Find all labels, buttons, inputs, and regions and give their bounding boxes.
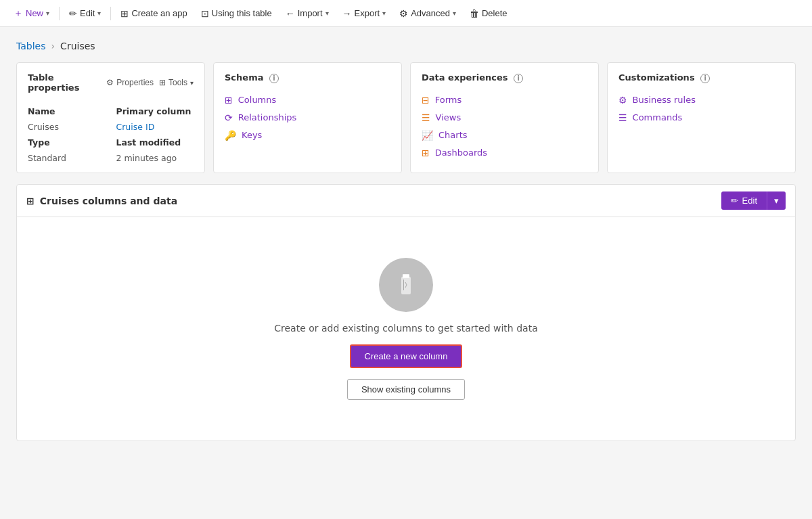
data-experiences-header: Data experiences i bbox=[422, 72, 587, 83]
toolbar: ＋ New ▾ ✏ Edit ▾ ⊞ Create an app ⊡ Using… bbox=[0, 0, 812, 27]
columns-link[interactable]: ⊞ Columns bbox=[225, 91, 390, 109]
data-experiences-info-icon[interactable]: i bbox=[514, 74, 523, 83]
schema-card: Schema i ⊞ Columns ⟳ Relationships 🔑 Key… bbox=[213, 62, 402, 173]
views-icon: ☰ bbox=[422, 112, 430, 123]
data-experiences-card: Data experiences i ⊟ Forms ☰ Views 📈 Cha… bbox=[410, 62, 599, 173]
properties-icon: ⚙ bbox=[106, 78, 114, 87]
data-section-title: ⊞ Cruises columns and data bbox=[26, 196, 177, 206]
data-section-header: ⊞ Cruises columns and data ✏ Edit ▾ bbox=[17, 185, 795, 217]
advanced-chevron-icon: ▾ bbox=[453, 9, 456, 17]
views-link[interactable]: ☰ Views bbox=[422, 109, 587, 127]
delete-button[interactable]: 🗑 Delete bbox=[464, 5, 513, 22]
edit-button[interactable]: ✏ Edit ▾ bbox=[64, 5, 106, 22]
business-rules-link[interactable]: ⚙ Business rules bbox=[618, 91, 784, 109]
edit-chevron-icon: ▾ bbox=[97, 9, 101, 17]
import-chevron-icon: ▾ bbox=[325, 9, 329, 17]
create-new-column-button[interactable]: Create a new column bbox=[350, 344, 463, 368]
edit-dropdown-button[interactable]: ▾ bbox=[767, 191, 786, 210]
new-chevron-icon: ▾ bbox=[46, 9, 49, 17]
keys-icon: 🔑 bbox=[225, 130, 236, 141]
data-section: ⊞ Cruises columns and data ✏ Edit ▾ bbox=[16, 184, 796, 441]
dashboards-icon: ⊞ bbox=[422, 148, 430, 158]
svg-rect-3 bbox=[403, 275, 409, 277]
data-table-icon: ⊞ bbox=[26, 196, 35, 206]
schema-header: Schema i bbox=[225, 72, 390, 83]
primary-column-value[interactable]: Cruise ID bbox=[116, 122, 194, 132]
import-icon: ← bbox=[286, 8, 295, 19]
customizations-info-icon[interactable]: i bbox=[700, 74, 710, 83]
charts-icon: 📈 bbox=[422, 130, 433, 141]
main-content: Tables › Cruises Table properties ⚙ Prop… bbox=[0, 27, 812, 455]
last-modified-value: 2 minutes ago bbox=[116, 153, 194, 163]
using-this-table-button[interactable]: ⊡ Using this table bbox=[196, 5, 277, 22]
forms-icon: ⊟ bbox=[422, 95, 430, 106]
forms-link[interactable]: ⊟ Forms bbox=[422, 91, 587, 109]
empty-state-icon bbox=[379, 258, 433, 312]
primary-column-label: Primary column bbox=[116, 106, 194, 116]
schema-title: Schema i bbox=[225, 72, 279, 83]
edit-pencil-icon: ✏ bbox=[731, 196, 738, 206]
business-rules-icon: ⚙ bbox=[618, 95, 627, 106]
tools-icon: ⊞ bbox=[159, 78, 166, 87]
breadcrumb: Tables › Cruises bbox=[16, 41, 796, 51]
delete-icon: 🗑 bbox=[470, 8, 479, 19]
data-edit-button[interactable]: ✏ Edit bbox=[721, 191, 767, 210]
dashboards-link[interactable]: ⊞ Dashboards bbox=[422, 144, 587, 162]
svg-rect-2 bbox=[403, 279, 404, 290]
type-value: Standard bbox=[28, 153, 106, 163]
charts-link[interactable]: 📈 Charts bbox=[422, 127, 587, 144]
properties-button[interactable]: ⚙ Properties bbox=[106, 78, 154, 87]
separator-1 bbox=[59, 7, 60, 20]
import-button[interactable]: ← Import ▾ bbox=[280, 5, 334, 22]
create-app-button[interactable]: ⊞ Create an app bbox=[115, 5, 192, 22]
export-chevron-icon: ▾ bbox=[382, 9, 386, 17]
keys-link[interactable]: 🔑 Keys bbox=[225, 127, 390, 144]
breadcrumb-current: Cruises bbox=[60, 41, 95, 51]
tools-chevron-icon: ▾ bbox=[190, 79, 194, 87]
breadcrumb-tables-link[interactable]: Tables bbox=[16, 41, 46, 51]
edit-button-group: ✏ Edit ▾ bbox=[721, 191, 786, 210]
edit-dropdown-icon: ▾ bbox=[774, 196, 779, 206]
using-table-icon: ⊡ bbox=[201, 8, 209, 19]
separator-2 bbox=[110, 7, 111, 20]
table-properties-title: Table properties bbox=[28, 72, 106, 93]
export-button[interactable]: → Export ▾ bbox=[337, 5, 392, 22]
customizations-card: Customizations i ⚙ Business rules ☰ Comm… bbox=[607, 62, 796, 173]
schema-info-icon[interactable]: i bbox=[269, 74, 279, 83]
last-modified-label: Last modified bbox=[116, 137, 194, 148]
empty-state: Create or add existing columns to get st… bbox=[17, 217, 795, 441]
advanced-button[interactable]: ⚙ Advanced ▾ bbox=[394, 5, 461, 22]
advanced-icon: ⚙ bbox=[399, 8, 408, 19]
properties-grid: Name Cruises Type Standard Primary colum… bbox=[28, 101, 194, 163]
table-properties-actions: ⚙ Properties ⊞ Tools ▾ bbox=[106, 78, 194, 87]
edit-icon: ✏ bbox=[69, 8, 77, 19]
name-value: Cruises bbox=[28, 122, 106, 132]
data-experiences-title: Data experiences i bbox=[422, 72, 523, 83]
commands-icon: ☰ bbox=[618, 112, 627, 123]
name-label: Name bbox=[28, 106, 106, 116]
customizations-title: Customizations i bbox=[618, 72, 710, 83]
empty-state-message: Create or add existing columns to get st… bbox=[274, 323, 537, 334]
relationships-link[interactable]: ⟳ Relationships bbox=[225, 109, 390, 127]
customizations-header: Customizations i bbox=[618, 72, 784, 83]
tools-button[interactable]: ⊞ Tools ▾ bbox=[159, 78, 194, 87]
breadcrumb-separator: › bbox=[51, 41, 55, 51]
type-label: Type bbox=[28, 137, 106, 148]
commands-link[interactable]: ☰ Commands bbox=[618, 109, 784, 127]
show-existing-columns-button[interactable]: Show existing columns bbox=[347, 379, 465, 400]
create-app-icon: ⊞ bbox=[120, 8, 129, 19]
relationships-icon: ⟳ bbox=[225, 112, 233, 123]
table-properties-header: Table properties ⚙ Properties ⊞ Tools ▾ bbox=[28, 72, 194, 93]
cards-row: Table properties ⚙ Properties ⊞ Tools ▾ … bbox=[16, 62, 796, 173]
columns-icon: ⊞ bbox=[225, 95, 233, 106]
plus-icon: ＋ bbox=[14, 7, 23, 20]
new-button[interactable]: ＋ New ▾ bbox=[8, 5, 55, 22]
export-icon: → bbox=[342, 8, 352, 19]
table-properties-card: Table properties ⚙ Properties ⊞ Tools ▾ … bbox=[16, 62, 205, 173]
